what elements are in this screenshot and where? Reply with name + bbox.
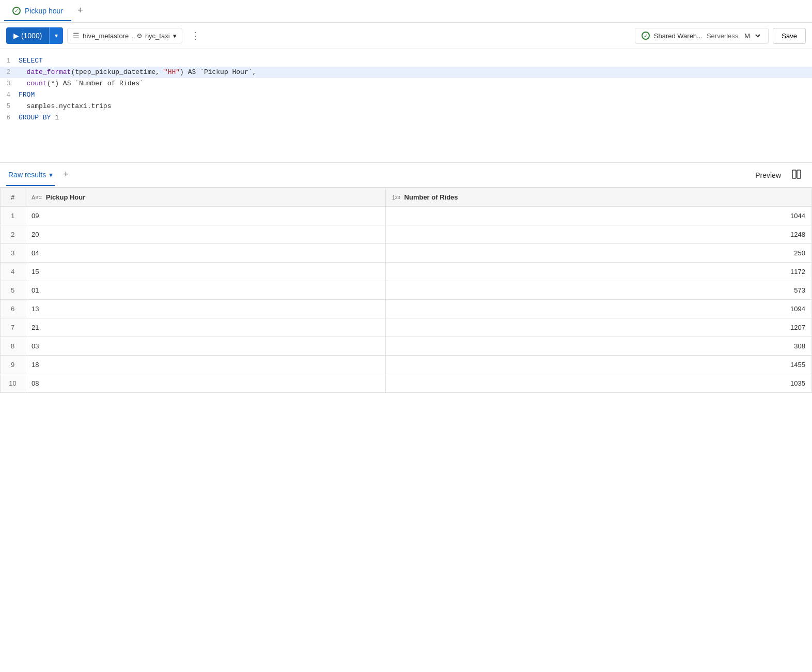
svg-rect-1 xyxy=(797,170,801,178)
warehouse-status-icon: ✓ xyxy=(642,32,650,40)
cell-row-num: 1 xyxy=(1,207,25,225)
results-tab-add-button[interactable]: + xyxy=(59,163,73,187)
results-tab-label: Raw results xyxy=(8,171,46,179)
database-icon: ☰ xyxy=(73,32,80,40)
table-row: 6131094 xyxy=(1,300,812,318)
cell-pickup-hour: 18 xyxy=(25,356,386,374)
run-dropdown-button[interactable]: ▾ xyxy=(49,27,63,44)
cell-pickup-hour: 03 xyxy=(25,337,386,356)
warehouse-selector[interactable]: ✓ Shared Wareh... Serverless XS S M L XL xyxy=(635,28,769,44)
results-tab-raw[interactable]: Raw results ▾ xyxy=(6,164,55,186)
cell-row-num: 8 xyxy=(1,337,25,356)
cell-pickup-hour: 09 xyxy=(25,207,386,225)
col-type-icon-string: ABC xyxy=(32,194,42,201)
cell-pickup-hour: 08 xyxy=(25,374,386,393)
results-table: # ABC Pickup Hour 123 Number of Rides 10… xyxy=(0,188,812,393)
cell-pickup-hour: 21 xyxy=(25,318,386,337)
code-line-4: 4 FROM xyxy=(0,89,812,101)
cell-pickup-hour: 20 xyxy=(25,225,386,244)
table-row: 10081035 xyxy=(1,374,812,393)
tab-bar: ✓ Pickup hour + xyxy=(0,0,812,23)
save-button[interactable]: Save xyxy=(773,28,806,44)
table-row: 803308 xyxy=(1,337,812,356)
cell-num-rides: 1207 xyxy=(385,318,811,337)
warehouse-size-select[interactable]: XS S M L XL xyxy=(742,32,762,40)
schema-icon: ⊖ xyxy=(137,32,142,39)
cell-row-num: 3 xyxy=(1,244,25,263)
table-row: 2201248 xyxy=(1,225,812,244)
code-line-5: 5 samples.nyctaxi.trips xyxy=(0,101,812,112)
run-button[interactable]: ▶ (1000) xyxy=(6,27,49,44)
results-area: Raw results ▾ + Preview # ABC xyxy=(0,163,812,393)
cell-num-rides: 308 xyxy=(385,337,811,356)
svg-rect-0 xyxy=(792,170,796,178)
cell-row-num: 4 xyxy=(1,263,25,281)
code-line-6: 6 GROUP BY 1 xyxy=(0,112,812,124)
cell-pickup-hour: 04 xyxy=(25,244,386,263)
cell-num-rides: 1094 xyxy=(385,300,811,318)
table-row: 9181455 xyxy=(1,356,812,374)
cell-num-rides: 1248 xyxy=(385,225,811,244)
table-row: 4151172 xyxy=(1,263,812,281)
cell-pickup-hour: 01 xyxy=(25,281,386,300)
schema-label: nyc_taxi xyxy=(145,32,170,40)
preview-button[interactable]: Preview xyxy=(749,168,787,182)
col-header-pickup-hour: ABC Pickup Hour xyxy=(25,188,386,207)
tab-pickup-hour[interactable]: ✓ Pickup hour xyxy=(4,2,71,21)
table-row: 7211207 xyxy=(1,318,812,337)
cell-row-num: 5 xyxy=(1,281,25,300)
table-header-row: # ABC Pickup Hour 123 Number of Rides xyxy=(1,188,812,207)
schema-chevron-icon: ▾ xyxy=(173,32,177,40)
cell-pickup-hour: 13 xyxy=(25,300,386,318)
layout-icon xyxy=(791,169,802,179)
cell-row-num: 9 xyxy=(1,356,25,374)
cell-num-rides: 1035 xyxy=(385,374,811,393)
table-row: 1091044 xyxy=(1,207,812,225)
cell-num-rides: 250 xyxy=(385,244,811,263)
table-row: 304250 xyxy=(1,244,812,263)
warehouse-label: Shared Wareh... xyxy=(654,32,702,40)
cell-num-rides: 573 xyxy=(385,281,811,300)
more-options-button[interactable]: ⋮ xyxy=(186,27,205,44)
run-button-group: ▶ (1000) ▾ xyxy=(6,27,63,44)
cell-num-rides: 1044 xyxy=(385,207,811,225)
cell-row-num: 6 xyxy=(1,300,25,318)
code-line-1: 1 SELECT xyxy=(0,55,812,67)
serverless-label: Serverless xyxy=(707,32,738,40)
code-line-2: 2 date_format(tpep_pickup_datetime, "HH"… xyxy=(0,67,812,78)
results-tab-bar: Raw results ▾ + Preview xyxy=(0,163,812,188)
database-label: hive_metastore xyxy=(83,32,129,40)
col-header-num-rides: 123 Number of Rides xyxy=(385,188,811,207)
tab-check-icon: ✓ xyxy=(12,7,21,15)
cell-row-num: 10 xyxy=(1,374,25,393)
cell-num-rides: 1172 xyxy=(385,263,811,281)
layout-icon-button[interactable] xyxy=(787,166,806,184)
cell-pickup-hour: 15 xyxy=(25,263,386,281)
col-type-icon-number: 123 xyxy=(392,194,400,201)
cell-num-rides: 1455 xyxy=(385,356,811,374)
toolbar: ▶ (1000) ▾ ☰ hive_metastore . ⊖ nyc_taxi… xyxy=(0,23,812,49)
cell-row-num: 7 xyxy=(1,318,25,337)
code-line-3: 3 count(*) AS `Number of Rides` xyxy=(0,78,812,89)
col-header-index: # xyxy=(1,188,25,207)
tab-label: Pickup hour xyxy=(25,7,63,15)
code-editor[interactable]: 1 SELECT 2 date_format(tpep_pickup_datet… xyxy=(0,49,812,163)
cell-row-num: 2 xyxy=(1,225,25,244)
dot-separator: . xyxy=(132,32,134,40)
table-row: 501573 xyxy=(1,281,812,300)
tab-add-button[interactable]: + xyxy=(71,0,89,22)
database-selector[interactable]: ☰ hive_metastore . ⊖ nyc_taxi ▾ xyxy=(67,28,182,43)
results-tab-chevron-icon: ▾ xyxy=(49,171,53,179)
results-table-container: # ABC Pickup Hour 123 Number of Rides 10… xyxy=(0,188,812,393)
